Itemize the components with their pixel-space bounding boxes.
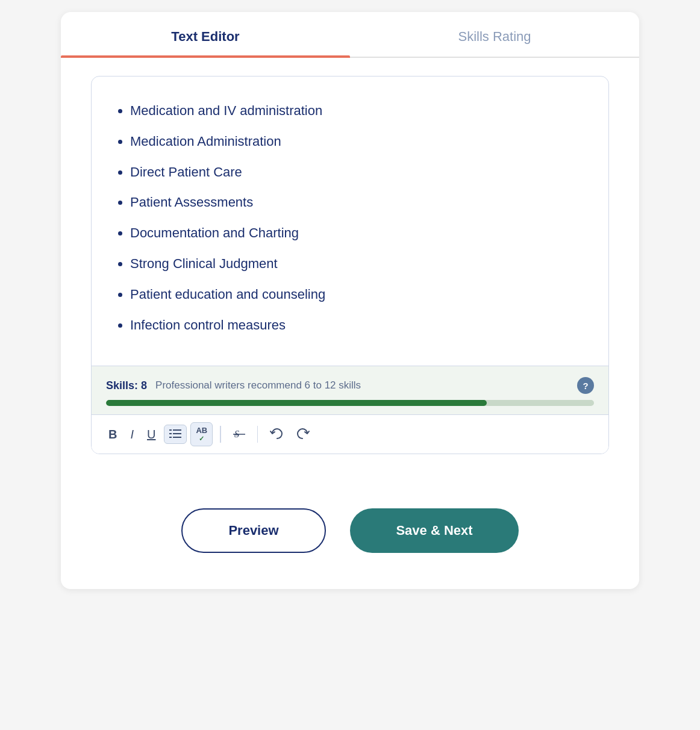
list-item: Patient education and counseling [130, 279, 587, 310]
svg-rect-4 [169, 437, 172, 438]
skills-label-row: Skills: 8 Professional writers recommend… [106, 377, 594, 394]
strikethrough-icon: S [233, 428, 245, 440]
underline-button[interactable]: U [142, 424, 160, 445]
preview-button[interactable]: Preview [181, 508, 326, 553]
tab-skills-rating[interactable]: Skills Rating [350, 12, 639, 57]
bold-button[interactable]: B [104, 424, 122, 445]
italic-button[interactable]: I [125, 424, 139, 445]
toolbar-divider-2 [257, 426, 258, 443]
undo-icon [270, 428, 283, 440]
skills-recommendation: Professional writers recommend 6 to 12 s… [155, 379, 361, 392]
list-icon [169, 429, 181, 440]
list-item: Patient Assessments [130, 187, 587, 218]
strikethrough-button[interactable]: S [228, 425, 250, 444]
svg-rect-5 [173, 437, 181, 438]
checkmark-icon: ✓ [199, 435, 204, 442]
help-icon[interactable]: ? [577, 377, 594, 394]
bottom-buttons: Preview Save & Next [61, 478, 639, 589]
svg-rect-3 [173, 433, 181, 434]
list-item: Infection control measures [130, 310, 587, 341]
svg-rect-0 [169, 429, 172, 431]
skills-count: Skills: 8 [106, 379, 147, 392]
spell-check-button[interactable]: AB ✓ [190, 422, 213, 446]
editor-content[interactable]: Medication and IV administration Medicat… [92, 76, 608, 366]
list-item: Medication Administration [130, 126, 587, 157]
ab-label: AB [196, 426, 207, 434]
toolbar-divider-1 [220, 426, 221, 443]
skills-bar-section: Skills: 8 Professional writers recommend… [92, 366, 608, 414]
progress-bar-track [106, 400, 594, 406]
list-item: Strong Clinical Judgment [130, 249, 587, 279]
save-next-button[interactable]: Save & Next [350, 508, 519, 553]
tab-text-editor[interactable]: Text Editor [61, 12, 350, 57]
list-item: Documentation and Charting [130, 218, 587, 249]
skill-list: Medication and IV administration Medicat… [113, 96, 587, 340]
progress-bar-fill [106, 400, 487, 406]
list-button[interactable] [164, 425, 187, 444]
editor-box: Medication and IV administration Medicat… [91, 76, 609, 454]
tab-skills-rating-label: Skills Rating [458, 29, 531, 44]
main-container: Text Editor Skills Rating Medication and… [61, 12, 639, 589]
list-item: Medication and IV administration [130, 96, 587, 126]
formatting-toolbar: B I U [92, 414, 608, 454]
svg-rect-1 [173, 429, 181, 431]
editor-wrapper: Medication and IV administration Medicat… [61, 58, 639, 478]
redo-icon [296, 428, 310, 440]
redo-button[interactable] [292, 425, 314, 444]
tab-text-editor-label: Text Editor [171, 29, 239, 44]
tab-bar: Text Editor Skills Rating [61, 12, 639, 58]
svg-rect-2 [169, 433, 172, 434]
undo-button[interactable] [265, 425, 288, 444]
list-item: Direct Patient Care [130, 157, 587, 188]
